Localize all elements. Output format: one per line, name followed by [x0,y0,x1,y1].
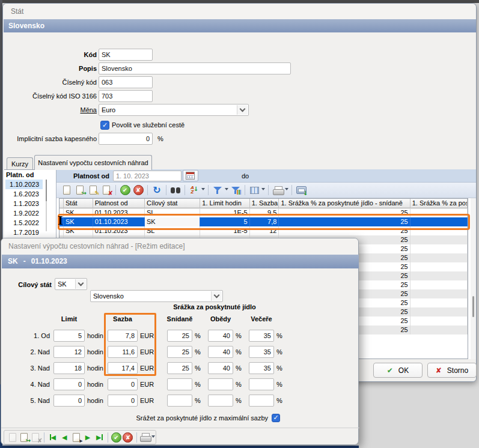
delete-record-button[interactable]: ✘ [100,184,113,196]
cilovy-stat-name-combobox[interactable]: Slovensko [90,290,223,302]
rate-input[interactable] [108,378,138,390]
sidebar-scrollbar-thumb[interactable] [46,180,47,201]
delete-record-button[interactable]: ✘ [30,431,41,443]
sort-dropdown-caret[interactable] [201,188,205,192]
cilovy-stat-code-combobox[interactable]: SK [55,278,87,290]
copy-record-button[interactable]: ↪ [18,431,29,443]
mena-label[interactable]: Měna [3,106,97,114]
breakfast-percent-input[interactable] [167,378,192,390]
filter-button[interactable] [211,184,224,196]
dialog-toolbar: ↪ ✘ ◀ ◀ ▸ ▶ ▶ ✔ ✘ ✔ OK ✘ Storno [1,428,359,446]
lunch-percent-input[interactable] [208,362,233,374]
main-ok-button[interactable]: ✔ OK [373,363,423,378]
breakfast-percent-input[interactable] [167,330,192,342]
print-dropdown-caret[interactable] [151,435,155,440]
confirm-button[interactable]: ✔ [118,184,132,196]
mena-dropdown-button[interactable] [237,105,248,115]
popis-label: Popis [3,65,97,72]
print-dropdown-caret[interactable] [285,188,288,192]
breakfast-percent-input[interactable] [167,362,192,374]
sidebar-date-item[interactable]: 1.9.2022 [5,208,43,218]
rate-input[interactable] [108,395,138,407]
limit-input[interactable] [53,346,85,358]
sidebar-date-item[interactable]: 1.6.2023 [5,189,43,199]
table-scrollbar-thumb[interactable] [472,296,474,317]
povolit-checkbox[interactable]: ✓ [100,121,109,130]
text-cursor: I [58,214,63,227]
col-header-limit[interactable]: 1. Limit hodin [200,199,249,208]
sort-az-button[interactable]: AZ [188,184,201,196]
tab-kurzy[interactable]: Kurzy [7,157,33,170]
calendar-button[interactable] [183,170,198,181]
sidebar-date-item[interactable]: 1.5.2022 [5,218,43,228]
col-header-sazba[interactable]: 1. Sazba [250,199,279,208]
filter-icon [213,186,222,195]
print-button[interactable] [271,184,284,196]
print-button[interactable] [139,431,151,443]
next-record-button[interactable]: ▶ [82,431,93,443]
columns-button[interactable] [248,184,261,196]
lunch-percent-input[interactable] [208,378,233,390]
rate-row: 5. Nad hodin EUR % % % [1,395,358,407]
sazba-highlight-annotation [104,313,156,376]
sidebar-date-item[interactable]: 1.1.2023 [5,199,43,208]
sidebar-date-item[interactable]: 1.10.2023 [5,180,43,189]
columns-dropdown-caret[interactable] [261,188,265,192]
percent-label: % [236,348,243,356]
name-dropdown-button[interactable] [211,291,222,301]
filter-dropdown-caret[interactable] [225,188,228,192]
form-row-popis: Popis [3,62,291,74]
limit-input[interactable] [53,330,85,342]
search-button[interactable] [169,184,182,196]
col-header-stat[interactable]: Stát [64,199,93,208]
cancel-button[interactable]: ✘ [132,184,145,196]
mena-combobox[interactable]: Euro [99,104,249,116]
new-record-button[interactable] [60,184,73,196]
tab-nastaveni-nahrad[interactable]: Nastavení vypočtu cestovních náhrad [34,155,152,170]
lunch-percent-input[interactable] [208,346,233,358]
breakfast-percent-input[interactable] [167,346,192,358]
lunch-percent-input[interactable] [208,395,233,407]
main-storno-button[interactable]: ✘ Storno [427,363,477,378]
mena-value: Euro [102,106,115,114]
code-dropdown-button[interactable] [75,279,86,289]
dinner-percent-input[interactable] [249,395,274,407]
col-header-cilovy[interactable]: Cílový stat [145,199,200,208]
limit-input[interactable] [53,395,85,407]
popis-input[interactable] [99,62,291,74]
new-record-button[interactable] [7,431,18,443]
filter-values-button[interactable] [229,184,242,196]
sidebar-date-item[interactable]: 1.7.2019 [5,228,43,237]
dinner-percent-input[interactable] [249,346,274,358]
edit-record-button[interactable]: ✎ [87,184,100,196]
last-record-button[interactable]: ▶ [94,431,105,443]
open-list-button[interactable]: ▸ [70,431,82,443]
table-header-row: Stát Platnost od Cílový stat 1. Limit ho… [59,199,468,208]
first-record-button[interactable]: ◀ [47,431,58,443]
iso-kod-input[interactable] [99,90,153,102]
col-header-pos[interactable]: 1. Srážka % za pos [410,199,468,208]
max-rate-checkbox[interactable]: ✓ [272,414,280,422]
limit-input[interactable] [53,362,85,374]
lunch-percent-input[interactable] [208,330,233,342]
previous-record-button[interactable]: ◀ [58,431,70,443]
dinner-percent-input[interactable] [249,330,274,342]
export-button[interactable] [294,184,308,196]
kapesne-input[interactable] [99,133,153,145]
new-record-icon [9,433,16,442]
dinner-percent-input[interactable] [249,378,274,390]
ciselny-kod-input[interactable] [99,76,153,88]
platnost-od-input[interactable] [113,171,182,181]
breakfast-percent-input[interactable] [167,395,192,407]
confirm-button[interactable]: ✔ [111,431,122,443]
table-scrollbar[interactable] [471,198,476,359]
limit-input[interactable] [53,378,85,390]
kod-input[interactable] [99,49,153,61]
col-header-platnost[interactable]: Platnost od [93,199,145,208]
cancel-button[interactable]: ✘ [122,431,133,443]
col-header-snidane[interactable]: 1. Srážka % za poskytnuté jídlo - snídan… [279,199,410,208]
dinner-percent-input[interactable] [249,362,274,374]
refresh-button[interactable]: ↻ [150,184,163,196]
hours-unit-label: hodin [87,348,105,356]
copy-record-button[interactable]: ↪ [73,184,87,196]
